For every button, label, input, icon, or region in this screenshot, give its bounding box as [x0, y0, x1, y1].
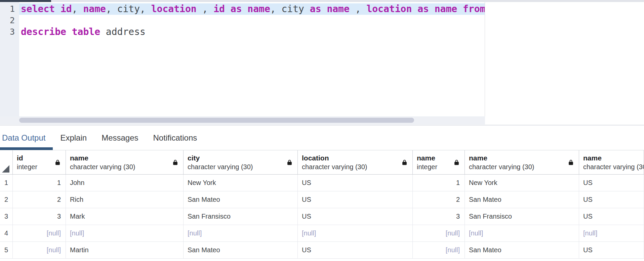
column-header-name-5[interactable]: namecharacter varying (30): [465, 150, 579, 175]
lock-icon: [568, 159, 573, 165]
code-line[interactable]: select id, name, city, location , id as …: [19, 3, 485, 15]
cell[interactable]: [null]: [66, 225, 184, 241]
sql-keyword: describe: [21, 26, 66, 37]
table-row: 33MarkSan FransiscoUS3San FransiscoUS: [0, 208, 644, 225]
sql-text: city: [282, 3, 304, 14]
lock-icon: [287, 159, 292, 165]
cell[interactable]: Martin: [66, 242, 184, 258]
sql-keyword: select: [21, 3, 55, 14]
column-name: city: [188, 153, 286, 162]
cell[interactable]: US: [298, 191, 413, 208]
line-number-gutter: 123: [0, 2, 19, 116]
cell[interactable]: US: [579, 208, 644, 225]
column-header-name-4[interactable]: nameinteger: [413, 150, 465, 175]
cell[interactable]: San Mateo: [184, 191, 298, 208]
cell[interactable]: 1: [13, 175, 66, 191]
tab-notifications[interactable]: Notifications: [153, 125, 198, 150]
column-type: character varying (30): [188, 162, 286, 172]
sql-editor[interactable]: 123 select id, name, city, location , id…: [0, 2, 485, 116]
column-header-city-2[interactable]: citycharacter varying (30): [184, 150, 298, 175]
results-grid-header: idintegernamecharacter varying (30)cityc…: [0, 150, 644, 175]
lock-icon: [402, 159, 407, 165]
sql-text: address: [100, 26, 146, 37]
column-name: name: [469, 153, 567, 162]
cell[interactable]: San Fransisco: [465, 208, 579, 225]
row-number[interactable]: 3: [0, 208, 13, 225]
tab-messages[interactable]: Messages: [101, 125, 139, 150]
cell[interactable]: San Fransisco: [184, 208, 298, 225]
code-line[interactable]: describe table address: [19, 26, 485, 38]
sql-text: ,: [197, 3, 214, 14]
editor-horizontal-scrollbar[interactable]: [0, 116, 485, 124]
scrollbar-thumb[interactable]: [19, 118, 414, 123]
row-number[interactable]: 5: [0, 242, 13, 258]
select-all-corner[interactable]: [0, 150, 13, 175]
cell[interactable]: US: [579, 191, 644, 208]
sql-keyword: name: [247, 3, 270, 14]
sql-text: ,: [350, 3, 367, 14]
sql-text: [321, 3, 327, 14]
cell[interactable]: 3: [13, 208, 66, 225]
column-header-name-1[interactable]: namecharacter varying (30): [66, 150, 184, 175]
cell[interactable]: Mark: [66, 208, 184, 225]
cell[interactable]: Rich: [66, 191, 184, 208]
cell[interactable]: John: [66, 175, 184, 191]
cell[interactable]: US: [579, 242, 644, 258]
column-type: character varying (30): [70, 162, 172, 172]
cell[interactable]: US: [298, 175, 413, 191]
cell[interactable]: San Mateo: [465, 191, 579, 208]
column-type: integer: [417, 162, 453, 172]
cell[interactable]: [null]: [184, 225, 298, 241]
results-tab-bar: Data OutputExplainMessagesNotifications: [0, 125, 644, 150]
column-header-location-3[interactable]: locationcharacter varying (30): [298, 150, 413, 175]
cell[interactable]: San Mateo: [465, 242, 579, 258]
column-type: character varying (30): [583, 162, 632, 172]
cell[interactable]: [null]: [465, 225, 579, 241]
sql-text: [429, 3, 435, 14]
sql-keyword: as: [231, 3, 242, 14]
column-type: character varying (30): [302, 162, 401, 172]
sql-keyword: from: [463, 3, 485, 14]
sql-text: [66, 26, 72, 37]
select-all-triangle-icon: [2, 165, 9, 173]
sql-text: [242, 3, 248, 14]
column-header-name-6[interactable]: namecharacter varying (30): [579, 150, 644, 175]
cell[interactable]: [null]: [13, 225, 66, 241]
cell[interactable]: [null]: [413, 225, 465, 241]
sql-text: [55, 3, 61, 14]
query-tool-window: 123 select id, name, city, location , id…: [0, 0, 644, 261]
sql-keyword: id: [213, 3, 225, 14]
cell[interactable]: [null]: [413, 242, 465, 258]
sql-text: ,: [106, 3, 117, 14]
sql-keyword: table: [72, 26, 100, 37]
code-line[interactable]: [19, 15, 485, 26]
sql-code-area[interactable]: select id, name, city, location , id as …: [19, 2, 485, 116]
cell[interactable]: New York: [184, 175, 298, 191]
sql-keyword: id: [61, 3, 72, 14]
sql-keyword: name: [327, 3, 349, 14]
sql-keyword: location: [366, 3, 412, 14]
cell[interactable]: New York: [465, 175, 579, 191]
tab-data-output[interactable]: Data Output: [1, 125, 46, 150]
cell[interactable]: [null]: [579, 225, 644, 241]
tab-explain[interactable]: Explain: [59, 125, 87, 150]
cell[interactable]: 3: [413, 208, 465, 225]
cell[interactable]: [null]: [298, 225, 413, 241]
sql-keyword: name: [435, 3, 457, 14]
row-number[interactable]: 2: [0, 191, 13, 208]
cell[interactable]: US: [298, 208, 413, 225]
cell[interactable]: 1: [413, 175, 465, 191]
column-name: name: [417, 153, 453, 162]
row-number[interactable]: 4: [0, 225, 13, 241]
lock-icon: [173, 159, 178, 165]
cell[interactable]: US: [579, 175, 644, 191]
cell[interactable]: [null]: [13, 242, 66, 258]
cell[interactable]: San Mateo: [184, 242, 298, 258]
cell[interactable]: 2: [13, 191, 66, 208]
sql-keyword: as: [417, 3, 429, 14]
column-name: name: [70, 153, 172, 162]
cell[interactable]: US: [298, 242, 413, 258]
cell[interactable]: 2: [413, 191, 465, 208]
row-number[interactable]: 1: [0, 175, 13, 191]
column-header-id-0[interactable]: idinteger: [13, 150, 66, 175]
